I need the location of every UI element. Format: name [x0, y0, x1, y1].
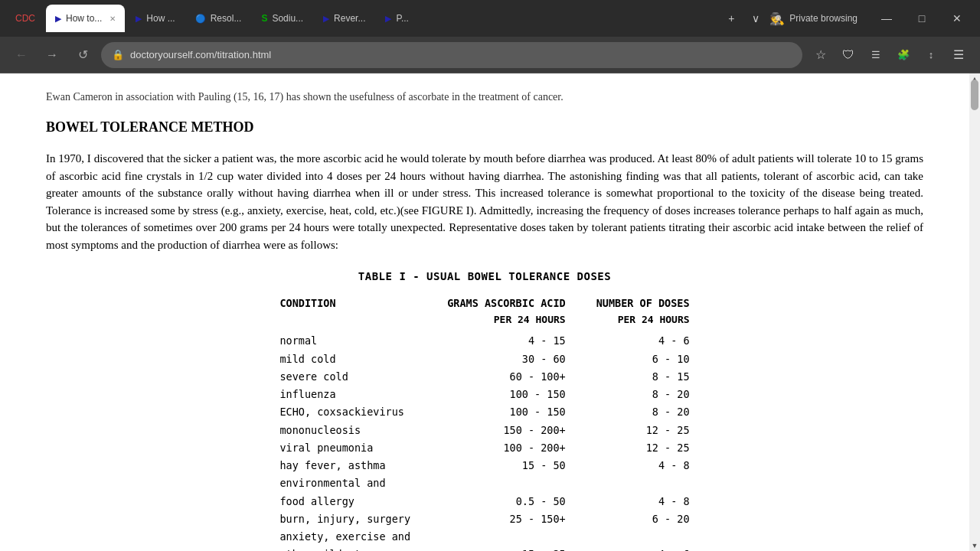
table-row: influenza100 - 1508 - 20: [264, 386, 704, 403]
table-row: hay fever, asthma15 - 504 - 8: [264, 457, 704, 474]
maximize-button[interactable]: □: [905, 5, 939, 32]
condition-cell: food allergy: [264, 492, 439, 510]
close-button[interactable]: ✕: [940, 5, 974, 32]
condition-cell: normal: [264, 332, 439, 350]
tab-favicon-resolve: 🔵: [195, 14, 206, 24]
menu-button[interactable]: ☰: [946, 43, 971, 67]
grams-cell: 150 - 200+: [439, 421, 588, 439]
grams-cell: 60 - 100+: [439, 367, 588, 385]
doses-cell: 4 - 6: [589, 332, 705, 350]
scroll-down-button[interactable]: ▼: [969, 540, 980, 551]
more-tabs-button[interactable]: ∨: [745, 8, 766, 29]
doses-cell: [589, 528, 705, 546]
condition-cell: viral pneumonia: [264, 439, 439, 456]
doses-cell: 12 - 25: [589, 421, 705, 439]
condition-header: CONDITION: [264, 294, 439, 312]
table-body: normal4 - 154 - 6mild cold30 - 606 - 10s…: [264, 332, 704, 551]
grams-sub: PER 24 HOURS: [439, 312, 588, 332]
table-row: environmental and: [264, 474, 704, 492]
forward-button[interactable]: →: [40, 43, 64, 67]
doses-cell: 8 - 20: [589, 386, 705, 403]
scrollbar[interactable]: ▲ ▼: [969, 73, 980, 551]
doses-cell: 4 - 8: [589, 492, 705, 510]
condition-cell: mononucleosis: [264, 421, 439, 439]
tab-p[interactable]: ▶ P...: [376, 5, 417, 32]
body-text: In 1970, I discovered that the sicker a …: [46, 150, 923, 253]
condition-cell: ECHO, coxsackievirus: [264, 403, 439, 421]
table-row: other mild stresses15 - 254 - 6: [264, 546, 704, 551]
intro-text: Ewan Cameron in association with Pauling…: [46, 89, 923, 105]
condition-cell: severe cold: [264, 367, 439, 385]
content-area: Ewan Cameron in association with Pauling…: [0, 73, 980, 551]
new-tab-button[interactable]: +: [720, 8, 742, 29]
doses-cell: 12 - 25: [589, 439, 705, 456]
tab-cdc[interactable]: CDC: [6, 5, 44, 32]
condition-cell: influenza: [264, 386, 439, 403]
grams-cell: 100 - 150: [439, 386, 588, 403]
table-section: TABLE I - USUAL BOWEL TOLERANCE DOSES CO…: [46, 269, 923, 551]
url-display: doctoryourself.com/titration.html: [130, 49, 792, 60]
tab-favicon-sodium: S: [261, 13, 267, 24]
bookmark-button[interactable]: ☆: [808, 43, 833, 67]
grams-cell: 15 - 25: [439, 546, 588, 551]
private-browsing-icon: 🕵: [769, 11, 785, 26]
condition-cell: other mild stresses: [264, 546, 439, 551]
tab-howto[interactable]: ▶ How to... ✕: [46, 5, 125, 32]
doses-cell: 6 - 20: [589, 510, 705, 527]
condition-cell: mild cold: [264, 350, 439, 367]
grams-cell: 100 - 150: [439, 403, 588, 421]
tab-label-reverse: Rever...: [334, 13, 365, 24]
sync-button[interactable]: ↕: [919, 43, 943, 67]
tab-favicon-reverse: ▶: [323, 14, 329, 24]
grams-header: GRAMS ASCORBIC ACID: [439, 294, 588, 312]
toolbar-actions: ☆ 🛡 ☰ 🧩 ↕ ☰: [808, 43, 971, 67]
title-bar: CDC ▶ How to... ✕ ▶ How ... 🔵 Resol... S…: [0, 0, 980, 37]
condition-sub: [264, 312, 439, 332]
scrollbar-thumb[interactable]: [971, 80, 978, 110]
grams-cell: 15 - 50: [439, 457, 588, 474]
doses-cell: 6 - 10: [589, 350, 705, 367]
tab-label-p: P...: [396, 13, 408, 24]
tab-close-howto[interactable]: ✕: [109, 15, 116, 23]
grams-cell: [439, 474, 588, 492]
window-controls: — □ ✕: [870, 5, 974, 32]
tab-favicon-cdc: CDC: [15, 13, 35, 24]
grams-cell: 100 - 200+: [439, 439, 588, 456]
tab-label-howto: How to...: [66, 13, 102, 24]
private-browsing-label: Private browsing: [789, 13, 858, 24]
condition-cell: burn, injury, surgery: [264, 510, 439, 527]
doses-sub: PER 24 HOURS: [589, 312, 705, 332]
tab-sodium[interactable]: S Sodiu...: [252, 5, 312, 32]
tab-favicon-p: ▶: [385, 14, 391, 24]
tab-favicon-howto2: ▶: [136, 14, 142, 24]
tab-label-resolve: Resol...: [211, 13, 242, 24]
address-bar[interactable]: 🔒 doctoryourself.com/titration.html: [101, 42, 802, 68]
tab-howto2[interactable]: ▶ How ...: [126, 5, 184, 32]
minimize-button[interactable]: —: [870, 5, 903, 32]
shield-button[interactable]: 🛡: [836, 43, 861, 67]
tab-controls: + ∨: [720, 8, 766, 29]
doses-header: NUMBER OF DOSES: [589, 294, 705, 312]
security-icon: 🔒: [112, 49, 124, 60]
table-row: mononucleosis150 - 200+12 - 25: [264, 421, 704, 439]
grams-cell: 25 - 150+: [439, 510, 588, 527]
condition-cell: anxiety, exercise and: [264, 528, 439, 546]
table-row: food allergy0.5 - 504 - 8: [264, 492, 704, 510]
tab-reverse[interactable]: ▶ Rever...: [314, 5, 374, 32]
section-title: BOWEL TOLERANCE METHOD: [46, 117, 923, 138]
tab-resolve[interactable]: 🔵 Resol...: [186, 5, 251, 32]
tab-favicon-howto: ▶: [55, 14, 61, 24]
table-row: viral pneumonia100 - 200+12 - 25: [264, 439, 704, 456]
doses-cell: 8 - 15: [589, 367, 705, 385]
reader-view-button[interactable]: ☰: [864, 43, 888, 67]
table-row: ECHO, coxsackievirus100 - 1508 - 20: [264, 403, 704, 421]
extensions-button[interactable]: 🧩: [891, 43, 916, 67]
table-row: mild cold30 - 606 - 10: [264, 350, 704, 367]
doses-cell: 4 - 8: [589, 457, 705, 474]
toolbar: ← → ↺ 🔒 doctoryourself.com/titration.htm…: [0, 37, 980, 73]
grams-cell: [439, 528, 588, 546]
page-content: Ewan Cameron in association with Pauling…: [0, 73, 969, 551]
reload-button[interactable]: ↺: [70, 43, 95, 67]
back-button[interactable]: ←: [9, 43, 34, 67]
table-title: TABLE I - USUAL BOWEL TOLERANCE DOSES: [46, 269, 923, 285]
